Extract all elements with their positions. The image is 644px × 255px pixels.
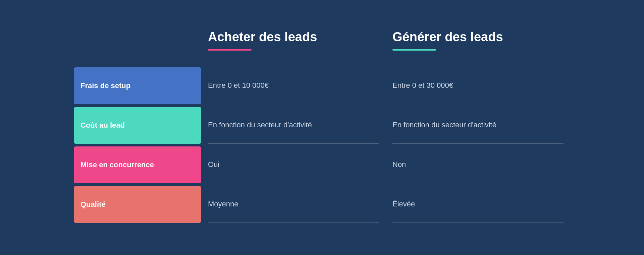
header-empty — [74, 30, 201, 51]
column-underline-generate — [392, 49, 436, 51]
column-title-buy: Acheter des leads — [208, 30, 379, 44]
column-underline-buy — [208, 49, 252, 51]
label-qualite: Qualité — [74, 186, 201, 223]
cell-buy-cout: En fonction du secteur d'activité — [208, 107, 379, 144]
label-mise-en-concurrence: Mise en concurrence — [74, 146, 201, 183]
comparison-container: Acheter des leads Générer des leads Frai… — [54, 16, 590, 239]
cell-gen-frais: Entre 0 et 30 000€ — [392, 67, 564, 104]
cell-gen-qualite: Élevée — [392, 186, 564, 223]
data-column-buy: Entre 0 et 10 000€ En fonction du secteu… — [201, 67, 386, 226]
cell-buy-frais: Entre 0 et 10 000€ — [208, 67, 379, 104]
cell-buy-mise: Oui — [208, 146, 379, 183]
row-labels: Frais de setup Coût au lead Mise en conc… — [74, 67, 201, 226]
column-title-generate: Générer des leads — [392, 30, 564, 44]
label-cout-lead: Coût au lead — [74, 107, 201, 144]
label-frais-setup: Frais de setup — [74, 67, 201, 104]
column-header-generate: Générer des leads — [386, 30, 570, 51]
header-row: Acheter des leads Générer des leads — [74, 30, 570, 51]
cell-buy-qualite: Moyenne — [208, 186, 379, 223]
cell-gen-cout: En fonction du secteur d'activité — [392, 107, 564, 144]
data-column-generate: Entre 0 et 30 000€ En fonction du secteu… — [386, 67, 570, 226]
cell-gen-mise: Non — [392, 146, 564, 183]
data-grid: Frais de setup Coût au lead Mise en conc… — [74, 67, 570, 226]
column-header-buy: Acheter des leads — [201, 30, 386, 51]
